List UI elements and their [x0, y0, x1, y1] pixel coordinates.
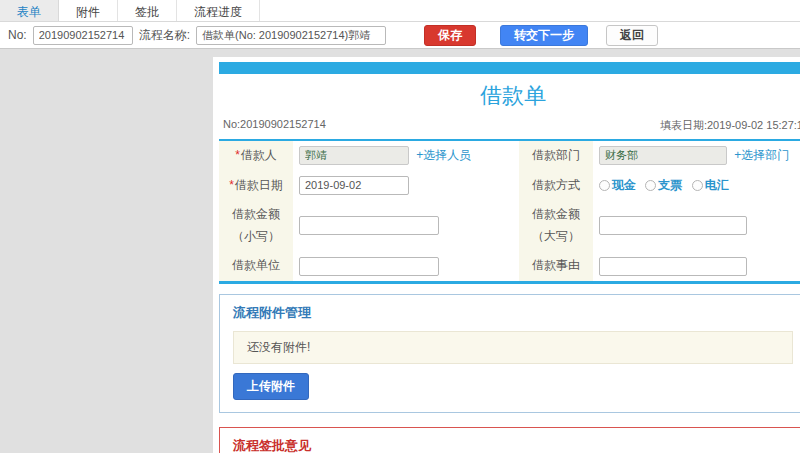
tab-attachments[interactable]: 附件: [59, 0, 118, 21]
attachments-section: 流程附件管理 还没有附件! 上传附件: [219, 294, 800, 413]
borrower-cell: +选择人员: [293, 141, 519, 171]
table-row: *借款人 +选择人员 借款部门 +选择部门: [219, 141, 800, 171]
command-bar: No: 流程名称: 保存 转交下一步 返回: [0, 22, 800, 49]
amount-lower-label: 借款金额（小写）: [219, 200, 293, 251]
loan-date-cell: [293, 171, 519, 201]
loan-unit-cell: [293, 251, 519, 282]
department-label: 借款部门: [519, 141, 593, 171]
borrower-label: *借款人: [219, 141, 293, 171]
loan-form-table: *借款人 +选择人员 借款部门 +选择部门 *借款日期: [219, 141, 800, 284]
next-step-button[interactable]: 转交下一步: [500, 25, 588, 46]
radio-cheque[interactable]: 支票: [645, 177, 682, 194]
table-row: 借款金额（小写） 借款金额（大写）: [219, 200, 800, 251]
loan-unit-label: 借款单位: [219, 251, 293, 282]
loan-unit-input[interactable]: [299, 257, 439, 276]
borrower-field[interactable]: [299, 146, 409, 165]
radio-icon: [599, 180, 610, 191]
upload-attachment-button[interactable]: 上传附件: [233, 373, 309, 400]
no-attachments-alert: 还没有附件!: [233, 331, 793, 364]
panel-accent-bar: [219, 62, 800, 74]
required-mark: *: [229, 178, 234, 192]
table-row: 借款单位 借款事由: [219, 251, 800, 282]
back-button[interactable]: 返回: [606, 25, 658, 46]
amount-lower-input[interactable]: [299, 216, 439, 235]
workspace: 借款单 No:20190902152714 填表日期:2019-09-02 15…: [0, 49, 800, 453]
no-label: No:: [8, 28, 27, 42]
loan-date-input[interactable]: [299, 176, 409, 195]
tab-progress[interactable]: 流程进度: [177, 0, 260, 21]
department-cell: +选择部门: [593, 141, 800, 171]
amount-lower-cell: [293, 200, 519, 251]
amount-upper-label: 借款金额（大写）: [519, 200, 593, 251]
form-meta-row: No:20190902152714 填表日期:2019-09-02 15:27:…: [219, 116, 800, 141]
form-panel: 借款单 No:20190902152714 填表日期:2019-09-02 15…: [213, 57, 800, 453]
attachments-heading: 流程附件管理: [233, 304, 793, 322]
form-no-text: No:20190902152714: [223, 118, 326, 133]
loan-method-label: 借款方式: [519, 171, 593, 201]
form-date-text: 填表日期:2019-09-02 15:27:1: [660, 118, 800, 133]
tab-form[interactable]: 表单: [0, 0, 59, 21]
approval-section: 流程签批意见 B I abc ✎ ∞ ∞✕ ⚑ 1≡ •≡: [219, 427, 800, 453]
tab-approval[interactable]: 签批: [118, 0, 177, 21]
radio-cash[interactable]: 现金: [599, 177, 636, 194]
loan-date-label: *借款日期: [219, 171, 293, 201]
approval-heading: 流程签批意见: [233, 437, 793, 453]
page-title: 借款单: [219, 74, 800, 116]
loan-reason-label: 借款事由: [519, 251, 593, 282]
loan-method-cell: 现金 支票 电汇: [593, 171, 800, 201]
tab-bar: 表单 附件 签批 流程进度: [0, 0, 800, 22]
amount-upper-cell: [593, 200, 800, 251]
select-department-link[interactable]: +选择部门: [734, 148, 789, 162]
loan-reason-cell: [593, 251, 800, 282]
save-button[interactable]: 保存: [424, 25, 476, 46]
amount-upper-input[interactable]: [599, 216, 747, 235]
screen: 表单 附件 签批 流程进度 No: 流程名称: 保存 转交下一步 返回 借款单 …: [0, 0, 800, 453]
table-row: *借款日期 借款方式 现金 支票 电汇: [219, 171, 800, 201]
department-field[interactable]: [599, 146, 727, 165]
select-person-link[interactable]: +选择人员: [416, 148, 471, 162]
radio-wire[interactable]: 电汇: [692, 177, 729, 194]
flow-name-input[interactable]: [196, 26, 386, 45]
loan-reason-input[interactable]: [599, 257, 747, 276]
radio-icon: [692, 180, 703, 191]
radio-icon: [645, 180, 656, 191]
required-mark: *: [235, 148, 240, 162]
no-input[interactable]: [33, 26, 133, 45]
flow-name-label: 流程名称:: [139, 27, 190, 44]
